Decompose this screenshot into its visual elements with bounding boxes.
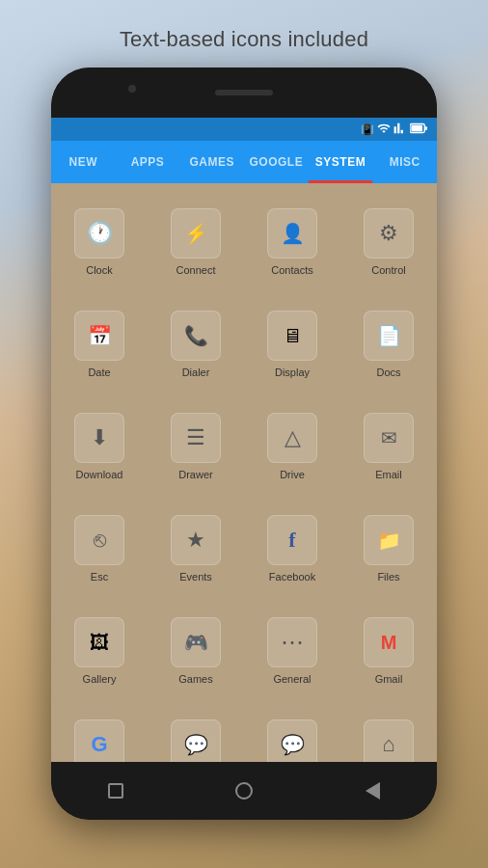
gmail-icon — [381, 632, 397, 654]
icon-box-drive — [267, 413, 317, 463]
icon-label-games: Games — [178, 673, 212, 685]
recents-icon — [108, 783, 123, 799]
phone-camera — [128, 85, 136, 93]
icon-cell-display[interactable]: Display — [244, 293, 340, 395]
icon-cell-contacts[interactable]: Contacts — [244, 191, 340, 293]
icon-cell-games[interactable]: Games — [148, 600, 244, 702]
icon-label-events: Events — [179, 571, 212, 583]
files-icon — [377, 529, 401, 552]
icon-box-home — [364, 719, 414, 762]
icon-box-clock — [74, 208, 124, 258]
phone-bottom-bar — [51, 762, 437, 820]
icon-cell-files[interactable]: Files — [340, 498, 437, 600]
icon-label-esc: Esc — [91, 571, 108, 583]
hangout-icon — [184, 733, 208, 756]
icon-cell-docs[interactable]: Docs — [340, 293, 437, 395]
home-button[interactable] — [232, 779, 256, 802]
icon-box-download — [74, 413, 124, 463]
status-bar: 📳 — [51, 118, 437, 141]
recents-button[interactable] — [104, 779, 127, 802]
tab-misc[interactable]: MISC — [372, 141, 437, 183]
icon-label-email: Email — [375, 469, 402, 480]
page-title: Text-based icons included — [120, 27, 368, 52]
docs-icon — [377, 324, 401, 347]
icon-label-gallery: Gallery — [83, 673, 117, 685]
display-icon — [283, 325, 302, 347]
icon-cell-connect[interactable]: Connect — [148, 191, 244, 293]
icon-box-connect — [171, 208, 221, 258]
tab-apps[interactable]: APPS — [116, 141, 180, 183]
icon-cell-gallery[interactable]: Gallery — [51, 600, 148, 702]
google-icon — [91, 732, 107, 757]
back-icon — [366, 782, 380, 800]
icon-box-events — [171, 515, 221, 565]
phone-screen: NEWAPPSGAMESGOOGLESYSTEMMISC ClockConnec… — [51, 141, 437, 762]
icon-cell-download[interactable]: Download — [51, 395, 148, 498]
phone-speaker — [215, 90, 273, 95]
tab-system[interactable]: SYSTEM — [309, 141, 373, 183]
general-icon — [281, 629, 304, 656]
games-icon — [184, 631, 208, 654]
home-icon — [235, 782, 253, 800]
home-icon — [382, 732, 394, 757]
svg-rect-2 — [411, 125, 422, 131]
icon-label-contacts: Contacts — [271, 264, 312, 276]
battery-icon — [410, 122, 427, 136]
back-button[interactable] — [361, 779, 384, 802]
icon-box-gallery — [74, 617, 124, 667]
tab-new[interactable]: NEW — [51, 141, 116, 183]
connect-icon — [184, 222, 208, 245]
icon-box-facebook — [267, 515, 317, 565]
icon-cell-facebook[interactable]: Facebook — [244, 498, 340, 600]
control-icon — [379, 221, 398, 246]
icon-box-date — [74, 311, 124, 361]
icon-box-control — [364, 208, 414, 258]
download-icon — [91, 425, 108, 450]
icon-cell-clock[interactable]: Clock — [51, 191, 148, 293]
icon-label-general: General — [273, 673, 311, 685]
icon-cell-drawer[interactable]: Drawer — [148, 395, 244, 498]
icon-box-display — [267, 311, 317, 361]
icon-label-connect: Connect — [176, 264, 216, 276]
icon-label-drawer: Drawer — [178, 469, 212, 480]
esc-icon — [94, 528, 106, 553]
phone-top-bar — [51, 68, 437, 118]
phone-shell: 📳 NEWAPPSGAMESGOOGLESYSTEM — [51, 68, 437, 820]
icon-cell-hangout[interactable]: Hangout — [148, 702, 244, 762]
icon-cell-gmail[interactable]: Gmail — [340, 600, 437, 702]
icon-cell-esc[interactable]: Esc — [51, 498, 148, 600]
icon-label-drive: Drive — [280, 469, 305, 480]
email-icon — [381, 426, 397, 449]
tab-google[interactable]: GOOGLE — [244, 141, 309, 183]
facebook-icon — [288, 528, 295, 553]
icon-label-clock: Clock — [86, 264, 113, 276]
icon-label-dialer: Dialer — [182, 366, 210, 378]
icon-cell-email[interactable]: Email — [340, 395, 437, 498]
icon-cell-hangouts[interactable]: Hangouts — [244, 702, 340, 762]
icon-cell-date[interactable]: Date — [51, 293, 148, 395]
icon-box-contacts — [267, 208, 317, 258]
clock-icon — [87, 221, 113, 246]
icon-label-download: Download — [76, 469, 123, 480]
vibrate-icon: 📳 — [361, 123, 374, 136]
icon-box-dialer — [171, 311, 221, 361]
tab-games[interactable]: GAMES — [179, 141, 244, 183]
drawer-icon — [186, 425, 205, 450]
drive-icon — [285, 425, 301, 450]
gallery-icon — [90, 632, 109, 654]
icon-cell-dialer[interactable]: Dialer — [148, 293, 244, 395]
icon-cell-drive[interactable]: Drive — [244, 395, 340, 498]
icon-label-control: Control — [371, 264, 405, 276]
icon-box-esc — [74, 515, 124, 565]
icon-box-hangouts — [267, 719, 317, 762]
icon-cell-control[interactable]: Control — [340, 191, 437, 293]
icon-label-facebook: Facebook — [269, 571, 315, 583]
icon-label-display: Display — [275, 366, 310, 378]
icon-box-gmail — [364, 617, 414, 667]
contacts-icon — [281, 222, 305, 245]
icon-cell-home[interactable]: Home — [340, 702, 437, 762]
icon-cell-google[interactable]: Google — [51, 702, 148, 762]
icon-grid: ClockConnectContactsControlDateDialerDis… — [51, 183, 437, 762]
icon-cell-general[interactable]: General — [244, 600, 340, 702]
icon-cell-events[interactable]: Events — [148, 498, 244, 600]
